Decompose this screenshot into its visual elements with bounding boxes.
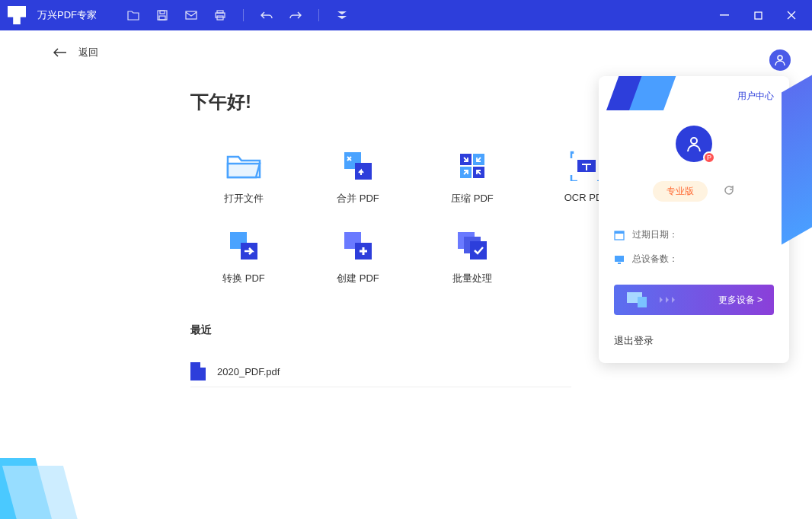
svg-rect-26 xyxy=(615,231,624,234)
create-pdf-action[interactable]: 创建 PDF xyxy=(305,228,411,285)
action-label: 批量处理 xyxy=(452,272,492,285)
devices-label: 总设备数： xyxy=(632,253,678,266)
action-label: 压缩 PDF xyxy=(451,192,494,205)
refresh-icon[interactable] xyxy=(723,184,735,199)
create-icon xyxy=(339,228,377,263)
svg-rect-2 xyxy=(159,16,165,20)
info-section: 过期日期： 总设备数： xyxy=(599,228,789,266)
devices-row: 总设备数： xyxy=(614,253,774,266)
merge-pdf-action[interactable]: 合并 PDF xyxy=(305,148,411,205)
toolbar xyxy=(127,9,348,21)
pro-badge-icon: P xyxy=(703,151,715,164)
print-icon[interactable] xyxy=(214,9,226,21)
svg-rect-28 xyxy=(618,263,621,264)
app-title: 万兴PDF专家 xyxy=(37,8,97,22)
calendar-icon xyxy=(614,230,625,240)
action-label: 合并 PDF xyxy=(337,192,379,205)
folder-open-icon xyxy=(225,148,263,183)
compress-pdf-action[interactable]: 压缩 PDF xyxy=(419,148,526,205)
undo-icon[interactable] xyxy=(261,9,273,21)
svg-rect-22 xyxy=(470,241,487,260)
action-label: 打开文件 xyxy=(224,192,264,205)
action-label: 转换 PDF xyxy=(222,272,265,285)
close-button[interactable] xyxy=(786,10,797,21)
menu-icon[interactable] xyxy=(336,9,348,21)
back-button[interactable]: 返回 xyxy=(53,46,766,59)
action-label: 创建 PDF xyxy=(337,272,379,285)
svg-rect-3 xyxy=(186,11,197,19)
maximize-button[interactable] xyxy=(753,10,763,21)
separator xyxy=(318,9,319,21)
svg-rect-8 xyxy=(755,12,762,19)
titlebar: 万兴PDF专家 xyxy=(0,0,812,30)
more-devices-label: 更多设备 > xyxy=(718,294,762,307)
devices-icon xyxy=(625,291,648,309)
arrows-icon xyxy=(660,297,683,303)
right-decoration xyxy=(782,75,812,244)
svg-point-23 xyxy=(778,56,782,60)
svg-point-24 xyxy=(691,138,697,144)
monitor-icon xyxy=(614,254,625,265)
user-center-link[interactable]: 用户中心 xyxy=(737,90,774,103)
open-file-action[interactable]: 打开文件 xyxy=(190,148,297,205)
batch-process-action[interactable]: 批量处理 xyxy=(419,228,526,285)
arrow-left-icon xyxy=(53,48,67,57)
svg-rect-27 xyxy=(615,256,624,262)
person-icon xyxy=(685,135,703,153)
content-area: 返回 下午好! 打开文件 合并 PDF 压缩 PDF OCR PDF 转换 PD… xyxy=(0,30,812,519)
panel-header: 用户中心 xyxy=(599,76,789,118)
recent-file-name: 2020_PDF.pdf xyxy=(217,366,280,377)
logout-button[interactable]: 退出登录 xyxy=(599,334,789,348)
avatar-section: P 专业版 xyxy=(599,126,789,202)
pdf-file-icon xyxy=(190,362,206,380)
back-label: 返回 xyxy=(78,46,98,59)
more-devices-button[interactable]: 更多设备 > xyxy=(614,285,774,315)
person-icon xyxy=(774,54,786,66)
convert-pdf-action[interactable]: 转换 PDF xyxy=(190,228,297,285)
mail-icon[interactable] xyxy=(185,9,197,21)
recent-file-item[interactable]: 2020_PDF.pdf xyxy=(190,356,571,387)
pro-badge: 专业版 xyxy=(653,181,708,202)
svg-rect-30 xyxy=(638,297,647,307)
redo-icon[interactable] xyxy=(289,9,302,21)
folder-icon[interactable] xyxy=(127,9,139,21)
svg-rect-1 xyxy=(160,11,165,14)
pro-row: 专业版 xyxy=(653,181,735,202)
user-avatar[interactable]: P xyxy=(676,126,712,162)
user-badge-button[interactable] xyxy=(769,49,791,71)
user-panel: 用户中心 P 专业版 过期日期： 总设备数： xyxy=(599,76,789,363)
separator xyxy=(243,9,244,21)
svg-rect-10 xyxy=(355,163,372,180)
compress-icon xyxy=(453,148,491,183)
batch-icon xyxy=(453,228,491,263)
minimize-button[interactable] xyxy=(719,10,730,21)
app-logo-icon xyxy=(8,6,26,24)
svg-rect-7 xyxy=(720,14,729,16)
save-icon[interactable] xyxy=(156,9,168,21)
convert-icon xyxy=(225,228,263,263)
merge-icon xyxy=(339,148,377,183)
expiry-label: 过期日期： xyxy=(632,228,678,241)
expiry-row: 过期日期： xyxy=(614,228,774,241)
window-controls xyxy=(719,10,804,21)
